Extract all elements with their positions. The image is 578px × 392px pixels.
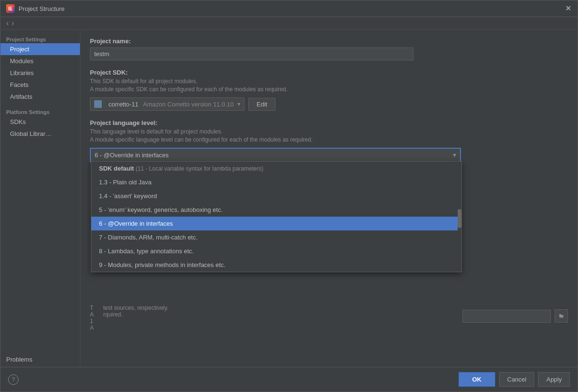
sdk-selected-text: corretto-11 Amazon Corretto version 11.0… [108, 101, 234, 108]
help-button[interactable]: ? [8, 374, 19, 385]
apply-button[interactable]: Apply [538, 372, 570, 387]
content-below-line2: A [90, 311, 94, 318]
sidebar-spacer [0, 103, 80, 106]
content-below-line1: T [90, 305, 94, 311]
sidebar-item-modules[interactable]: Modules [0, 55, 80, 67]
dropdown-item-5[interactable]: 5 - 'enum' keyword, generics, autoboxing… [91, 203, 461, 217]
content-below-right: test sources, respectively. rquired. [103, 305, 168, 331]
dropdown-item-1-3[interactable]: 1.3 - Plain old Java [91, 175, 461, 189]
content-below-lines: T A 1 A [90, 305, 94, 331]
lang-section-label: Project language level: [90, 119, 568, 126]
main-content: Project name: Project SDK: This SDK is d… [80, 30, 578, 367]
sidebar-item-global-libraries[interactable]: Global Librar… [0, 128, 80, 140]
dropdown-item-sdk-default[interactable]: SDK default (11 - Local variable syntax … [91, 162, 461, 175]
back-button[interactable]: ‹ [6, 19, 9, 28]
folder-icon [559, 313, 564, 319]
file-path-input[interactable] [462, 310, 551, 323]
file-input-row [462, 309, 568, 323]
project-settings-label: Project Settings [0, 34, 80, 43]
file-browse-button[interactable] [555, 309, 568, 323]
content-area: Project Settings Project Modules Librari… [0, 30, 578, 367]
content-below-line4: A [90, 325, 94, 331]
sdk-section-label: Project SDK: [90, 69, 568, 76]
sdk-edit-button[interactable]: Edit [248, 98, 275, 111]
sdk-name: corretto-11 [108, 101, 138, 108]
sdk-dropdown-arrow: ▾ [237, 101, 240, 107]
lang-level-arrow: ▾ [453, 151, 456, 159]
dropdown-item-7[interactable]: 7 - Diamonds, ARM, multi-catch etc. [91, 230, 461, 244]
lang-level-dropdown[interactable]: 6 - @Override in interfaces ▾ SDK defaul… [90, 148, 461, 162]
bottom-bar: ? OK Cancel Apply [0, 367, 578, 392]
sdk-desc2: A module specific SDK can be configured … [90, 86, 568, 93]
svg-rect-0 [559, 315, 564, 318]
sdk-row: corretto-11 Amazon Corretto version 11.0… [90, 97, 568, 111]
sdk-icon [94, 100, 102, 108]
sidebar-item-artifacts[interactable]: Artifacts [0, 91, 80, 103]
sidebar-item-facets[interactable]: Facets [0, 79, 80, 91]
dropdown-scrollbar[interactable] [458, 162, 461, 272]
content-below-right2: rquired. [103, 311, 168, 318]
lang-desc2: A module specific language level can be … [90, 136, 568, 143]
platform-settings-label: Platform Settings [0, 106, 80, 116]
sdk-dropdown[interactable]: corretto-11 Amazon Corretto version 11.0… [90, 97, 245, 111]
sidebar-item-project[interactable]: Project [0, 43, 80, 55]
content-below-right1: test sources, respectively. [103, 305, 168, 311]
sdk-version: Amazon Corretto version 11.0.10 [143, 101, 234, 108]
app-icon: IE [6, 4, 15, 13]
sidebar-item-sdks[interactable]: SDKs [0, 116, 80, 128]
project-name-input[interactable] [90, 48, 413, 60]
ok-button[interactable]: OK [459, 372, 496, 387]
sidebar-item-libraries[interactable]: Libraries [0, 67, 80, 79]
svg-rect-1 [559, 314, 561, 315]
cancel-button[interactable]: Cancel [499, 372, 534, 387]
file-input-area [462, 305, 568, 331]
dropdown-item-6[interactable]: 6 - @Override in interfaces [91, 217, 461, 230]
content-below: T A 1 A test sources, respectively. rqui… [90, 305, 568, 331]
nav-bar: ‹ › [0, 17, 578, 30]
sdk-desc1: This SDK is default for all project modu… [90, 78, 568, 85]
sidebar-item-problems[interactable]: Problems [0, 352, 80, 367]
lang-level-dropdown-list: SDK default (11 - Local variable syntax … [91, 161, 462, 272]
dropdown-item-9[interactable]: 9 - Modules, private methods in interfac… [91, 258, 461, 272]
lang-level-selected-text: 6 - @Override in interfaces [95, 152, 169, 159]
sidebar-spacer2 [0, 140, 80, 143]
dropdown-item-1-4[interactable]: 1.4 - 'assert' keyword [91, 189, 461, 203]
project-structure-dialog: IE Project Structure ✕ ‹ › Project Setti… [0, 0, 578, 392]
project-name-label: Project name: [90, 38, 568, 45]
dialog-title: Project Structure [19, 5, 65, 12]
dropdown-item-8[interactable]: 8 - Lambdas, type annotations etc. [91, 244, 461, 258]
close-button[interactable]: ✕ [564, 5, 572, 12]
lang-desc1: This language level is default for all p… [90, 128, 568, 135]
dropdown-scrollbar-thumb [458, 209, 461, 228]
title-bar: IE Project Structure ✕ [0, 0, 578, 17]
forward-button[interactable]: › [11, 19, 14, 28]
sidebar: Project Settings Project Modules Librari… [0, 30, 80, 367]
content-below-line3: 1 [90, 318, 94, 325]
